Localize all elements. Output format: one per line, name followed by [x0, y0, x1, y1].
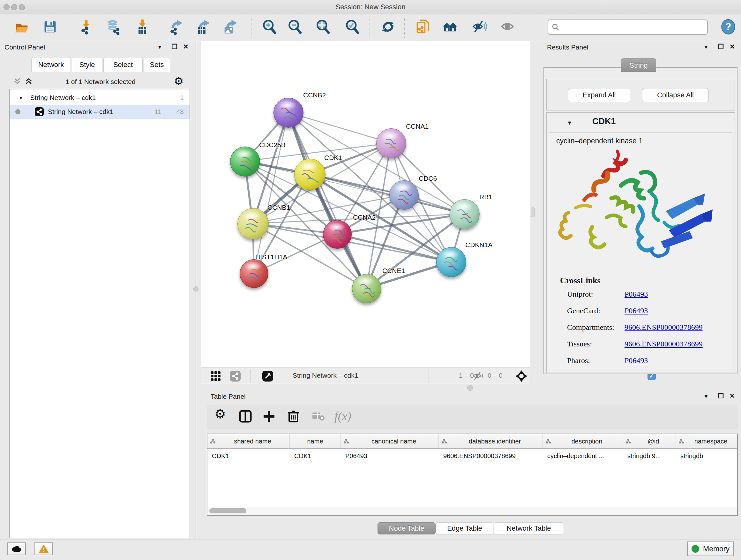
column-header-namespace[interactable]: namespace	[676, 434, 738, 448]
results-panel-menu-arrow[interactable]: ▼	[703, 44, 709, 51]
control-panel-menu-arrow[interactable]: ▼	[157, 44, 162, 51]
refresh-icon[interactable]	[380, 19, 396, 35]
import-database-icon[interactable]	[106, 19, 122, 35]
cell-shared-name[interactable]: CDK1	[207, 452, 290, 460]
save-session-icon[interactable]	[42, 19, 58, 35]
node-CCNE1[interactable]	[352, 274, 381, 303]
home-layout-icon[interactable]	[442, 19, 458, 35]
open-in-window-icon[interactable]	[262, 370, 273, 383]
expand-all-button[interactable]: Expand All	[568, 88, 630, 102]
expand-all-networks-icon[interactable]	[24, 77, 33, 87]
collection-collapse-arrow[interactable]: ▼	[18, 95, 23, 101]
crosslink-value-link[interactable]: 9606.ENSP00000378699	[624, 323, 703, 332]
crosslink-value-link[interactable]: P06493	[624, 356, 648, 365]
export-image-icon[interactable]	[222, 19, 238, 35]
memory-button[interactable]: Memory	[687, 542, 734, 556]
tab-node-table[interactable]: Node Table	[378, 522, 435, 535]
warning-icon	[39, 545, 49, 553]
cell-canonical-name[interactable]: P06493	[341, 452, 439, 460]
column-header-@id[interactable]: @id	[623, 434, 676, 448]
network-canvas[interactable]: CCNB2 CCNA1 CDC25B CDK1 CDC6 RB1 CCNB1 C…	[201, 41, 530, 367]
search-field[interactable]	[548, 19, 708, 35]
scrollbar-thumb[interactable]	[209, 508, 246, 513]
import-table-icon[interactable]	[134, 19, 150, 35]
help-icon[interactable]: ?	[720, 19, 736, 35]
column-header-database-identifier[interactable]: database identifier	[439, 434, 543, 448]
edge-CCNA1-CCNB2[interactable]	[288, 112, 391, 143]
table-row[interactable]: CDK1CDK1P064939606.ENSP00000378699cyclin…	[207, 449, 737, 463]
warnings-button[interactable]	[35, 543, 53, 555]
hide-selected-icon[interactable]	[472, 19, 488, 35]
crosslink-value-link[interactable]: 9606.ENSP00000378699	[624, 340, 703, 348]
node-table[interactable]: shared namenamecanonical namedatabase id…	[207, 434, 738, 516]
results-panel-close-icon[interactable]: ✕	[730, 43, 735, 51]
control-panel-close-icon[interactable]: ✕	[183, 43, 189, 51]
zoom-selected-icon[interactable]	[344, 19, 360, 35]
collapse-all-networks-icon[interactable]	[13, 77, 22, 87]
table-panel-close-icon[interactable]: ✕	[730, 392, 735, 400]
delete-column-icon[interactable]	[286, 409, 302, 425]
edge-CCNE1-CCNB2[interactable]	[288, 112, 366, 288]
crosslink-value-link[interactable]: P06493	[624, 290, 648, 299]
control-panel-float-icon[interactable]: ❐	[172, 43, 178, 51]
column-header-description[interactable]: description	[543, 434, 623, 448]
cell-name[interactable]: CDK1	[290, 452, 341, 460]
tab-edge-table[interactable]: Edge Table	[436, 522, 493, 535]
table-panel-float-icon[interactable]: ❐	[718, 392, 724, 400]
zoom-in-icon[interactable]	[261, 19, 277, 35]
edge-CCNB2-HIST1H1A[interactable]	[254, 112, 288, 273]
network-collection-row[interactable]: ▼ String Network – cdk1 1	[10, 91, 190, 105]
column-header-name[interactable]: name	[290, 434, 341, 448]
node-CDK1[interactable]	[294, 159, 326, 190]
tab-network[interactable]: Network	[31, 57, 71, 72]
column-header-canonical-name[interactable]: canonical name	[341, 434, 439, 448]
cell-database-identifier[interactable]: 9606.ENSP00000378699	[439, 452, 543, 460]
results-panel-float-icon[interactable]: ❐	[718, 43, 724, 51]
tab-select[interactable]: Select	[104, 57, 143, 72]
birds-eye-view-icon[interactable]	[515, 370, 528, 383]
node-RB1[interactable]	[450, 199, 480, 229]
export-network-icon[interactable]	[168, 19, 184, 35]
cell-namespace[interactable]: stringdb	[676, 452, 738, 460]
column-header-shared-name[interactable]: shared name	[207, 434, 290, 448]
node-CCNB2[interactable]	[273, 98, 304, 128]
network-overview-icon[interactable]	[229, 370, 241, 383]
tab-sets[interactable]: Sets	[144, 57, 170, 72]
tab-network-table[interactable]: Network Table	[494, 522, 564, 535]
node-CDC6[interactable]	[389, 180, 419, 210]
tab-string[interactable]: String	[621, 58, 656, 72]
network-options-gear-icon[interactable]: ⚙	[174, 75, 184, 87]
search-input[interactable]	[560, 21, 707, 33]
network-row[interactable]: String Network – cdk1 11 48	[10, 105, 190, 119]
cell-@id[interactable]: stringdb:9...	[623, 452, 676, 460]
crosslink-value-link[interactable]: P06493	[624, 307, 648, 315]
grid-view-icon[interactable]	[211, 371, 221, 382]
node-CCNA2[interactable]	[323, 220, 352, 249]
zoom-fit-icon[interactable]	[315, 19, 331, 35]
open-session-icon[interactable]	[14, 19, 30, 35]
add-column-icon[interactable]	[262, 409, 278, 425]
node-CDKN1A[interactable]	[436, 247, 466, 277]
bottom-splitter-handle[interactable]	[467, 385, 473, 391]
table-settings-gear-icon[interactable]: ⚙	[214, 407, 226, 421]
duplicate-network-icon[interactable]	[415, 19, 431, 35]
import-network-icon[interactable]	[78, 19, 94, 35]
show-all-icon[interactable]	[500, 19, 516, 35]
show-columns-icon[interactable]	[238, 409, 254, 425]
cell-description[interactable]: cyclin–dependent ...	[543, 452, 623, 460]
protein-collapse-arrow[interactable]: ▼	[567, 120, 572, 126]
node-CCNB1[interactable]	[238, 208, 269, 240]
collapse-all-button[interactable]: Collapse All	[642, 88, 709, 102]
hidden-items-eye-icon[interactable]	[472, 371, 485, 382]
left-splitter-handle[interactable]	[193, 287, 199, 292]
node-HIST1H1A[interactable]	[240, 259, 268, 288]
node-CDC25B[interactable]	[230, 146, 260, 177]
tab-style[interactable]: Style	[72, 57, 103, 72]
right-splitter-handle[interactable]	[531, 207, 535, 217]
cloud-status-button[interactable]	[7, 543, 26, 555]
node-CCNA1[interactable]	[376, 128, 406, 159]
table-panel-menu-arrow[interactable]: ▼	[703, 393, 709, 400]
table-horizontal-scrollbar[interactable]	[208, 507, 737, 515]
zoom-out-icon[interactable]	[287, 19, 303, 35]
export-table-icon[interactable]	[194, 19, 210, 35]
